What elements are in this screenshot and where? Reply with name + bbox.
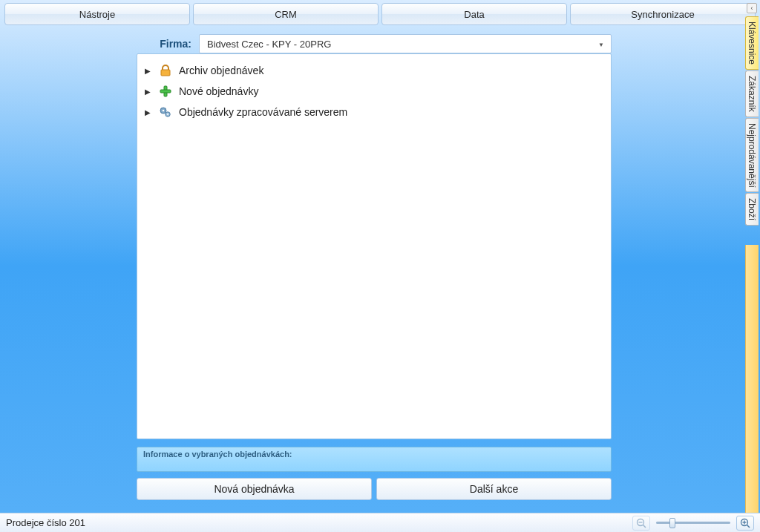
new-order-button[interactable]: Nová objednávka — [137, 478, 372, 500]
crm-label: CRM — [275, 9, 297, 20]
expand-caret-icon: ▶ — [145, 88, 152, 96]
tools-label: Nástroje — [79, 9, 115, 20]
tree-item-label: Archiv objednávek — [179, 65, 263, 76]
company-combobox[interactable]: Bidvest Czec - KPY - 20PRG ▼ — [199, 34, 612, 53]
tree-item-new-orders[interactable]: ▶ Nové objednávky — [142, 81, 606, 102]
svg-line-11 — [747, 525, 750, 528]
sync-button[interactable]: Synchronizace — [570, 3, 756, 25]
tree-item-server-orders[interactable]: ▶ Objednávky zpracovávané serverem — [142, 102, 606, 122]
info-strip-label: Informace o vybraných objednávkách: — [143, 450, 292, 459]
selected-orders-info: Informace o vybraných objednávkách: — [137, 447, 612, 472]
zoom-out-button[interactable] — [632, 516, 650, 531]
tree-item-label: Objednávky zpracovávané serverem — [179, 106, 347, 118]
orders-tree-panel: ▶ Archiv objednávek ▶ Nové objednávky ▶ … — [137, 53, 612, 439]
svg-line-8 — [643, 525, 646, 528]
svg-rect-0 — [161, 70, 170, 76]
zoom-track — [656, 522, 730, 524]
tools-button[interactable]: Nástroje — [4, 3, 190, 25]
zoom-out-icon — [636, 518, 646, 528]
side-tab-goods[interactable]: Zboží — [745, 193, 759, 226]
side-panel-filler — [745, 245, 759, 514]
svg-rect-2 — [160, 90, 171, 93]
top-toolbar: Nástroje CRM Data Synchronizace — [0, 0, 760, 28]
zoom-in-icon — [740, 518, 750, 528]
gears-icon — [158, 105, 173, 119]
zoom-in-button[interactable] — [736, 516, 754, 531]
chevron-down-icon: ▼ — [594, 38, 608, 51]
status-bar: Prodejce číslo 201 — [0, 513, 760, 532]
zoom-slider[interactable] — [656, 516, 730, 531]
expand-caret-icon: ▶ — [145, 108, 152, 116]
collapse-sidebar-button[interactable]: ‹ — [747, 3, 757, 13]
svg-point-6 — [167, 114, 168, 115]
new-order-label: Nová objednávka — [214, 483, 294, 495]
data-label: Data — [464, 9, 484, 20]
svg-point-4 — [163, 110, 165, 112]
expand-caret-icon: ▶ — [145, 67, 152, 75]
crm-button[interactable]: CRM — [193, 3, 379, 25]
plus-icon — [158, 84, 173, 99]
zoom-thumb[interactable] — [669, 518, 675, 528]
more-actions-button[interactable]: Další akce — [376, 478, 612, 500]
side-tab-bestselling[interactable]: Nejprodávanější — [745, 118, 759, 193]
tree-item-label: Nové objednávky — [179, 85, 258, 97]
data-button[interactable]: Data — [381, 3, 567, 25]
company-selected-value: Bidvest Czec - KPY - 20PRG — [207, 39, 331, 50]
side-tab-customer[interactable]: Zákazník — [745, 70, 759, 117]
bottom-action-bar: Nová objednávka Další akce — [137, 478, 612, 500]
company-label: Firma: — [132, 38, 191, 50]
sync-label: Synchronizace — [631, 9, 694, 20]
more-actions-label: Další akce — [470, 483, 518, 495]
tree-item-archive[interactable]: ▶ Archiv objednávek — [142, 60, 606, 81]
chevron-left-icon: ‹ — [751, 4, 753, 12]
company-selector-row: Firma: Bidvest Czec - KPY - 20PRG ▼ — [21, 34, 760, 53]
lock-icon — [158, 63, 173, 78]
seller-status-text: Prodejce číslo 201 — [6, 517, 85, 528]
